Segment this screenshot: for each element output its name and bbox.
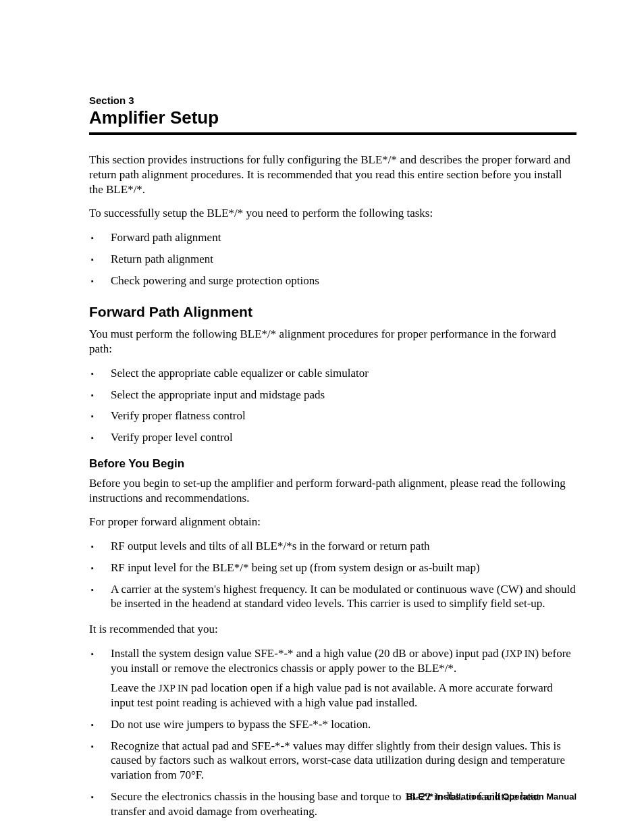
byb-paragraph-1: Before you begin to set-up the amplifier… bbox=[89, 476, 576, 506]
list-item: Verify proper level control bbox=[89, 430, 576, 445]
fpa-list: Select the appropriate cable equalizer o… bbox=[89, 366, 576, 445]
list-item: RF input level for the BLE*/* being set … bbox=[89, 561, 576, 575]
small-caps-text: JXP IN bbox=[159, 683, 188, 694]
list-item: Recognize that actual pad and SFE-*-* va… bbox=[89, 739, 576, 783]
fpa-intro: You must perform the following BLE*/* al… bbox=[89, 327, 576, 357]
recommended-intro: It is recommended that you: bbox=[89, 622, 576, 637]
list-item: Check powering and surge protection opti… bbox=[89, 273, 576, 288]
list-item: Select the appropriate cable equalizer o… bbox=[89, 366, 576, 381]
title-rule bbox=[89, 132, 576, 135]
section-label: Section 3 bbox=[89, 95, 576, 106]
list-item: Forward path alignment bbox=[89, 230, 576, 245]
byb-paragraph-2: For proper forward alignment obtain: bbox=[89, 515, 576, 529]
list-item: Verify proper flatness control bbox=[89, 409, 576, 423]
footer-text: BLE*/* Installation and Operation Manual bbox=[406, 791, 576, 802]
list-item: Select the appropriate input and midstag… bbox=[89, 388, 576, 402]
list-item: Install the system design value SFE-*-* … bbox=[89, 646, 576, 710]
list-item: A carrier at the system's highest freque… bbox=[89, 582, 576, 612]
intro-paragraph-2: To successfully setup the BLE*/* you nee… bbox=[89, 206, 576, 221]
section-title: Amplifier Setup bbox=[89, 107, 576, 128]
text-fragment: Install the system design value SFE-*-* … bbox=[111, 647, 506, 660]
intro-paragraph-1: This section provides instructions for f… bbox=[89, 153, 576, 197]
list-item: RF output levels and tilts of all BLE*/*… bbox=[89, 539, 576, 554]
forward-path-heading: Forward Path Alignment bbox=[89, 304, 576, 320]
text-fragment: Leave the bbox=[111, 681, 159, 694]
small-caps-text: JXP IN bbox=[506, 648, 535, 659]
obtain-list: RF output levels and tilts of all BLE*/*… bbox=[89, 539, 576, 611]
tasks-list: Forward path alignment Return path align… bbox=[89, 230, 576, 288]
sub-paragraph: Leave the JXP IN pad location open if a … bbox=[111, 681, 576, 710]
list-item: Do not use wire jumpers to bypass the SF… bbox=[89, 717, 576, 732]
list-item: Return path alignment bbox=[89, 252, 576, 267]
document-page: Section 3 Amplifier Setup This section p… bbox=[0, 0, 644, 834]
before-you-begin-heading: Before You Begin bbox=[89, 457, 576, 471]
